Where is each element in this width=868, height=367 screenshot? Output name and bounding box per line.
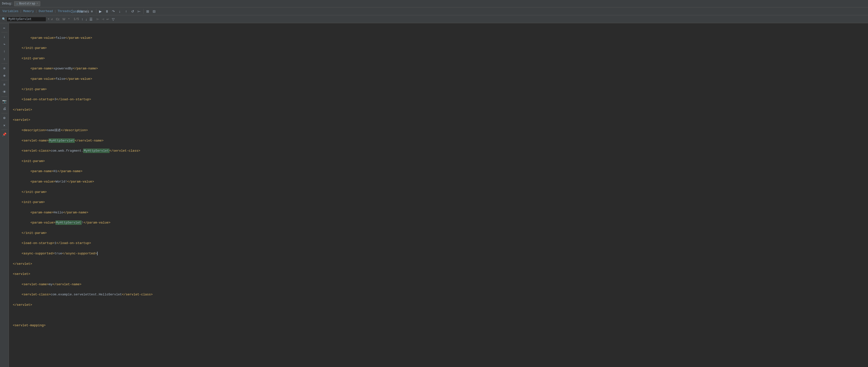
- code-line: <param-name>Hi</param-name>: [13, 169, 864, 174]
- search-count: 1/5: [73, 18, 79, 21]
- nav-variables[interactable]: Variables: [1, 9, 20, 13]
- search-highlight-1: MyHttpServlet: [49, 139, 74, 143]
- resume-btn[interactable]: ▶: [98, 8, 103, 14]
- debug-label: Debug:: [2, 2, 12, 5]
- debug-tab[interactable]: ☕ Bootstrap ×: [14, 1, 40, 6]
- code-line: <init-param>: [13, 159, 864, 164]
- code-line-servlet-class: <servlet-class>com.web.fragment.MyHttpSe…: [13, 148, 864, 154]
- nav-memory[interactable]: Memory: [22, 9, 35, 13]
- code-line: [13, 313, 864, 318]
- stop-btn[interactable]: ⊢: [136, 8, 142, 14]
- step-over-btn[interactable]: ↷: [111, 8, 116, 14]
- camera-icon[interactable]: 📷: [1, 98, 8, 105]
- tab-close-btn[interactable]: ×: [36, 2, 38, 5]
- case-sensitive-btn[interactable]: Cc: [55, 17, 61, 22]
- debug-nav: Variables | Memory | Overhead | Threads: [1, 9, 71, 13]
- code-line: </init-param>: [13, 231, 864, 236]
- tab-name: Bootstrap: [19, 2, 35, 5]
- code-line: <servlet-name>my</servlet-name>: [13, 282, 864, 287]
- code-line: <param-value>false</param-value>: [13, 77, 864, 82]
- match-context-btn[interactable]: ☰: [88, 17, 94, 22]
- nav-threads[interactable]: Threads: [57, 9, 71, 13]
- whole-word-btn[interactable]: W: [61, 17, 66, 22]
- code-line: </servlet>: [13, 303, 864, 308]
- search-options: Cc W *: [55, 17, 71, 22]
- code-line: <servlet>: [13, 272, 864, 277]
- pause-btn[interactable]: ⏸: [104, 8, 110, 14]
- search-input[interactable]: [7, 17, 46, 22]
- frames-tab-btn[interactable]: Frames: [80, 8, 86, 14]
- code-line: <param-name>xpoweredBy</param-name>: [13, 66, 864, 71]
- pin-all-btn[interactable]: ⊣: [100, 17, 105, 22]
- step-into-sidebar-icon[interactable]: ↓: [1, 33, 8, 40]
- menu-btn[interactable]: ≡: [89, 8, 95, 14]
- regex-btn[interactable]: *: [67, 17, 71, 22]
- code-line: <init-param>: [13, 200, 864, 205]
- code-line: </init-param>: [13, 190, 864, 195]
- watch-icon[interactable]: 👁: [1, 89, 8, 96]
- sidebar-div-2: [1, 63, 7, 64]
- step-into-btn[interactable]: ↓: [117, 8, 123, 14]
- step-over-sidebar-icon[interactable]: ↷: [1, 41, 8, 48]
- sidebar-div-1: [1, 32, 7, 32]
- code-line: <servlet-class>com.example.servelettest.…: [13, 292, 864, 297]
- code-line-async: <async-supported>true</async-supported>: [13, 251, 864, 256]
- search-refresh-btn[interactable]: ↺: [51, 17, 53, 21]
- sidebar-div-3: [1, 80, 7, 80]
- code-line: <load-on-startup>1</load-on-startup>: [13, 241, 864, 246]
- pin-results-btn[interactable]: ⊢: [96, 17, 100, 22]
- code-line: <param-value>World!</param-value>: [13, 179, 864, 184]
- mute-icon[interactable]: ⊗: [1, 72, 8, 79]
- next-match-btn[interactable]: ↓: [85, 17, 88, 22]
- step-out-btn[interactable]: ↑: [123, 8, 129, 14]
- rerun-btn[interactable]: ↺: [130, 8, 135, 14]
- step-up-icon[interactable]: ↑: [1, 48, 8, 55]
- code-line-servlet-name: <servlet-name>MyHttpServlet</servlet-nam…: [13, 138, 864, 144]
- breakpoint-icon[interactable]: ⊙: [1, 65, 8, 72]
- nav-overhead[interactable]: Overhead: [37, 9, 54, 13]
- code-line: <servlet-mapping>: [13, 323, 864, 328]
- main-area: ✏ ↓ ↷ ↑ ↕ ⊙ ⊗ ≡ 👁 📷 🖨 ⚙ ✕ 📌 <param-value…: [0, 23, 868, 367]
- pin-icon[interactable]: 📌: [1, 131, 8, 138]
- top-bar: Debug: ☕ Bootstrap ×: [0, 0, 868, 7]
- code-content: <param-value>false</param-value> </init-…: [9, 24, 868, 340]
- evaluate-icon[interactable]: ≡: [1, 81, 8, 88]
- sep4: [143, 9, 144, 14]
- code-line: </servlet>: [13, 262, 864, 267]
- code-line: <description>name描述</description>: [13, 128, 864, 133]
- code-line: <load-on-startup>3</load-on-startup>: [13, 97, 864, 102]
- search-clear-btn[interactable]: ×: [47, 17, 50, 22]
- restore-layout-btn[interactable]: ⊞: [145, 8, 151, 14]
- code-line: <param-value>false</param-value>: [13, 36, 864, 41]
- code-line: </init-param>: [13, 87, 864, 92]
- wrap-btn[interactable]: ↩: [105, 17, 110, 22]
- toolbar: Variables | Memory | Overhead | Threads …: [0, 7, 868, 15]
- edit-icon[interactable]: ✏: [1, 24, 8, 31]
- settings-sidebar-icon[interactable]: ⚙: [1, 114, 8, 121]
- code-editor[interactable]: <param-value>false</param-value> </init-…: [9, 23, 868, 367]
- search-extra: ⊢ ⊣ ↩: [96, 17, 110, 22]
- code-line-hello-val: <param-value>MyHttpServlet!</param-value…: [13, 220, 864, 225]
- search-icon: 🔍: [2, 17, 6, 21]
- code-line: <servlet>: [13, 118, 864, 123]
- search-nav: ↑ ↓ ☰: [81, 17, 94, 22]
- sep3: [96, 9, 96, 14]
- code-line: </servlet>: [13, 108, 864, 113]
- code-line: <init-param>: [13, 56, 864, 61]
- settings-btn[interactable]: ⊟: [151, 8, 157, 14]
- search-bar: 🔍 × ↺ Cc W * 1/5 ↑ ↓ ☰ ⊢ ⊣ ↩ ▽: [0, 15, 868, 23]
- left-sidebar: ✏ ↓ ↷ ↑ ↕ ⊙ ⊗ ≡ 👁 📷 🖨 ⚙ ✕ 📌: [0, 23, 9, 367]
- prev-match-btn[interactable]: ↑: [81, 17, 84, 22]
- down-icon[interactable]: ↕: [1, 56, 8, 62]
- print-icon[interactable]: 🖨: [1, 105, 8, 112]
- close-sidebar-icon[interactable]: ✕: [1, 122, 8, 129]
- tab-icon: ☕: [16, 2, 18, 5]
- filter-btn[interactable]: ▽: [112, 17, 115, 21]
- code-line: <param-name>Hello</param-name>: [13, 210, 864, 215]
- code-line: </init-param>: [13, 46, 864, 51]
